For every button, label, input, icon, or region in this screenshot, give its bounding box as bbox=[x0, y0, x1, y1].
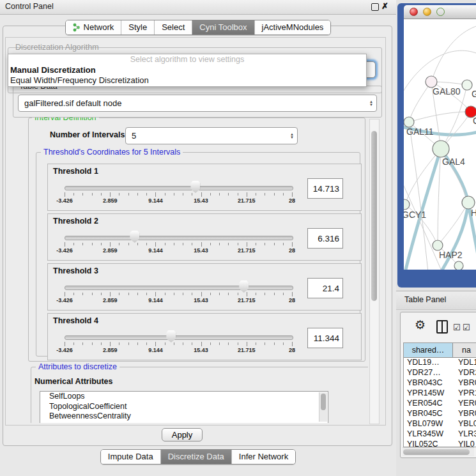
table-horizontal-scrollbar[interactable] bbox=[403, 447, 474, 456]
name-cell[interactable]: YLR3 bbox=[453, 429, 476, 440]
name-cell[interactable]: YBR0 bbox=[453, 409, 476, 419]
shared-name-cell[interactable]: YBL079W bbox=[404, 419, 453, 429]
algorithm-placeholder-option[interactable]: Select algorithm to view settings bbox=[8, 54, 366, 65]
tab-jactivemnodules[interactable]: jActiveMNodules bbox=[255, 20, 331, 35]
slider-thumb[interactable] bbox=[130, 231, 139, 243]
num-intervals-select[interactable]: 5 ▲▼ bbox=[125, 127, 298, 144]
name-cell[interactable]: YIL0 bbox=[453, 440, 476, 447]
algorithm-option-equal-width[interactable]: Equal Width/Frequency Discretization bbox=[8, 75, 366, 85]
tick-label: -3.426 bbox=[56, 247, 73, 254]
attributes-list-scrollbar[interactable] bbox=[319, 392, 327, 422]
tab-style[interactable]: Style bbox=[121, 20, 155, 35]
shared-name-cell[interactable]: YBR045C bbox=[404, 409, 453, 419]
split-columns-icon[interactable] bbox=[436, 320, 448, 334]
name-cell[interactable]: YBR0 bbox=[453, 378, 476, 388]
close-traffic-light[interactable] bbox=[410, 8, 418, 16]
num-intervals-value: 5 bbox=[126, 131, 287, 141]
float-window-icon[interactable] bbox=[371, 3, 379, 11]
checkbox-icon[interactable]: ☑ bbox=[453, 323, 461, 332]
network-node[interactable] bbox=[454, 261, 463, 270]
checkbox-icon[interactable]: ☑ bbox=[463, 323, 470, 332]
table-row[interactable]: YBL079WYBL0 bbox=[404, 419, 476, 429]
network-edge[interactable] bbox=[405, 149, 441, 204]
table-row[interactable]: YIL052CYIL0 bbox=[404, 440, 476, 447]
network-window-titlebar[interactable] bbox=[404, 5, 476, 19]
tab-cyni-toolbox[interactable]: Cyni Toolbox bbox=[192, 20, 254, 35]
minimize-traffic-light[interactable] bbox=[423, 8, 431, 16]
network-view-window[interactable]: GAL80GACGAL11GAL4GCY1HHAP2 bbox=[397, 3, 476, 288]
table-row[interactable]: YBR043CYBR0 bbox=[404, 378, 476, 388]
table-row[interactable]: YBR045CYBR0 bbox=[404, 409, 476, 419]
threshold-value-field[interactable]: 21.4 bbox=[307, 278, 343, 298]
name-cell[interactable]: YPR1 bbox=[453, 388, 476, 399]
network-edge[interactable] bbox=[409, 82, 431, 122]
bottom-tab-label: Discretize Data bbox=[168, 452, 224, 461]
attribute-list-item[interactable]: BetweennessCentrality bbox=[40, 411, 328, 422]
shared-name-cell[interactable]: YER054C bbox=[404, 399, 453, 409]
table-row[interactable]: YDR27…YDR2 bbox=[404, 368, 476, 378]
table-row[interactable]: YPR145WYPR1 bbox=[404, 388, 476, 399]
slider-track[interactable] bbox=[65, 286, 293, 290]
shared-name-cell[interactable]: YDR27… bbox=[404, 368, 453, 378]
table-data-select[interactable]: galFiltered.sif default node ▲▼ bbox=[18, 95, 377, 112]
network-node[interactable] bbox=[433, 240, 443, 250]
name-cell[interactable]: YDL1 bbox=[453, 358, 476, 368]
tick-label: 21.715 bbox=[238, 297, 256, 303]
panel-title: Control Panel bbox=[5, 2, 54, 11]
shared-name-cell[interactable]: YPR145W bbox=[404, 388, 453, 399]
attribute-list-item[interactable]: TopologicalCoefficient bbox=[40, 402, 328, 412]
network-node[interactable] bbox=[433, 141, 449, 157]
network-node[interactable] bbox=[462, 80, 472, 90]
name-cell[interactable]: YBL0 bbox=[453, 419, 476, 429]
settings-vertical-scrollbar[interactable] bbox=[369, 119, 380, 424]
close-icon[interactable]: ✗ bbox=[381, 1, 388, 11]
threshold-value-field[interactable]: 6.316 bbox=[307, 228, 343, 249]
algorithm-option-manual[interactable]: Manual Discretization bbox=[8, 65, 366, 75]
table-row[interactable]: YLR345WYLR3 bbox=[404, 429, 476, 440]
threshold-label: Threshold 4 bbox=[53, 316, 98, 325]
shared-name-cell[interactable]: YBR043C bbox=[404, 378, 453, 388]
bottom-tab-impute-data[interactable]: Impute Data bbox=[101, 450, 161, 464]
table-row[interactable]: YDL19…YDL1 bbox=[404, 358, 476, 368]
numerical-attributes-label: Numerical Attributes bbox=[35, 377, 112, 386]
apply-button[interactable]: Apply bbox=[162, 428, 203, 441]
network-node[interactable] bbox=[462, 196, 475, 209]
slider-track[interactable] bbox=[65, 335, 293, 340]
table-row[interactable]: YER054CYER0 bbox=[404, 399, 476, 409]
name-cell[interactable]: YDR2 bbox=[453, 368, 476, 378]
threshold-value-field[interactable]: 11.344 bbox=[307, 328, 343, 348]
zoom-traffic-light[interactable] bbox=[436, 8, 445, 16]
network-node-label: GAL80 bbox=[433, 86, 461, 96]
slider-ticks bbox=[65, 242, 292, 247]
slider-thumb[interactable] bbox=[166, 330, 176, 342]
name-cell[interactable]: YER0 bbox=[453, 399, 476, 409]
bottom-tab-infer-network[interactable]: Infer Network bbox=[232, 450, 295, 464]
attribute-list-item[interactable]: SelfLoops bbox=[40, 392, 328, 402]
slider-track[interactable] bbox=[65, 236, 293, 240]
network-node[interactable] bbox=[404, 199, 410, 210]
numerical-attributes-list[interactable]: SelfLoopsTopologicalCoefficientBetweenne… bbox=[40, 391, 328, 423]
network-node-label: HAP2 bbox=[439, 250, 463, 260]
column-header-shared-name[interactable]: shared… bbox=[404, 343, 453, 357]
network-edge[interactable] bbox=[409, 112, 471, 122]
tick-label: 28 bbox=[289, 297, 295, 303]
shared-name-cell[interactable]: YIL052C bbox=[404, 440, 453, 447]
tab-network[interactable]: Network bbox=[66, 20, 122, 35]
threshold-value-field[interactable]: 14.713 bbox=[307, 178, 343, 199]
thresholds-group-label: Threshold's Coordinates for 5 Intervals bbox=[41, 148, 183, 157]
bottom-tab-label: Infer Network bbox=[239, 452, 288, 461]
network-edge[interactable] bbox=[438, 149, 441, 245]
network-node[interactable] bbox=[404, 117, 414, 127]
slider-thumb[interactable] bbox=[239, 280, 249, 293]
slider-track[interactable] bbox=[65, 186, 293, 190]
gear-icon[interactable]: ⚙ bbox=[415, 318, 426, 332]
column-header-name[interactable]: na bbox=[453, 343, 476, 357]
network-canvas[interactable]: GAL80GACGAL11GAL4GCY1HHAP2 bbox=[404, 19, 476, 270]
slider-thumb[interactable] bbox=[190, 181, 200, 193]
node-table[interactable]: shared… na YDL19…YDL1YDR27…YDR2YBR043CYB… bbox=[403, 342, 476, 447]
network-edge[interactable] bbox=[431, 26, 476, 82]
shared-name-cell[interactable]: YDL19… bbox=[404, 358, 453, 368]
tab-select[interactable]: Select bbox=[155, 20, 192, 35]
bottom-tab-discretize-data[interactable]: Discretize Data bbox=[161, 450, 232, 464]
shared-name-cell[interactable]: YLR345W bbox=[404, 429, 453, 440]
